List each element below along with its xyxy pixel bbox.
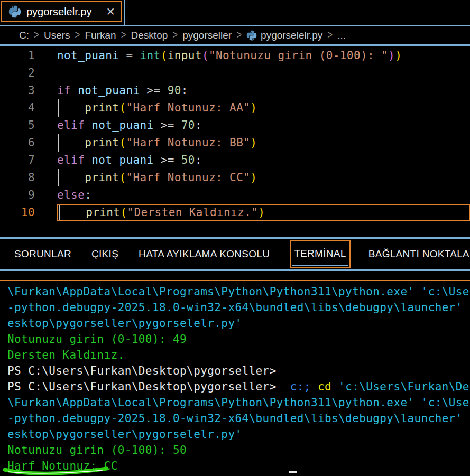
panel-tab-ba-lanti-noktalari[interactable]: BAĞLANTI NOKTALARI [368, 248, 470, 260]
line-number: 7 [0, 152, 35, 169]
code-token: ) [250, 136, 257, 149]
code-line[interactable]: 1not_puani = int(input("Notunuzu girin (… [0, 47, 470, 64]
terminal-token: -python.debugpy-2025.18.0-win32-x64\bund… [7, 412, 463, 425]
line-number: 4 [0, 99, 35, 117]
breadcrumb-item-label: ... [337, 30, 346, 41]
code-token: not_puani [57, 49, 119, 62]
code-token: ( [161, 49, 168, 62]
panel-spacer [0, 271, 470, 280]
code-token: >= [154, 119, 181, 132]
breadcrumb-item[interactable]: ... [337, 30, 346, 41]
code-token: "Notunuzu girin (0-100): " [209, 49, 388, 62]
terminal-line: \Furkan\AppData\Local\Programs\Python\Py… [7, 284, 470, 300]
tab-divider [124, 0, 125, 25]
code-token: ) [258, 206, 265, 219]
code-line-text: if not_puani >= 90: [57, 82, 470, 99]
code-line[interactable]: 10 print("Dersten Kaldınız.") [0, 204, 470, 221]
terminal-token: \Furkan\AppData\Local\Programs\Python\Py… [7, 285, 469, 298]
code-token: ( [202, 49, 209, 62]
code-line[interactable]: 8 print("Harf Notunuz: CC") [0, 169, 470, 186]
breadcrumb-item[interactable]: C: [19, 30, 29, 41]
panel-tab-sorunlar[interactable]: SORUNLAR [14, 248, 71, 260]
code-token: print [58, 206, 120, 219]
breadcrumb-item-label: pygorselelr.py [261, 30, 322, 41]
code-line[interactable]: 5elif not_puani >= 70: [0, 117, 470, 134]
code-line[interactable]: 3if not_puani >= 90: [0, 82, 470, 99]
code-token: ) [388, 49, 395, 62]
close-icon[interactable]: × [106, 6, 115, 17]
terminal-line: \Furkan\AppData\Local\Programs\Python\Py… [7, 395, 470, 410]
breadcrumb-item[interactable]: Desktop [131, 30, 168, 41]
code-token: not_puani [78, 84, 140, 97]
code-token: "Harf Notunuz: AA" [126, 101, 250, 114]
code-token: ) [250, 171, 257, 184]
breadcrumb-separator: > [172, 29, 178, 42]
terminal-line: -python.debugpy-2025.18.0-win32-x64\bund… [7, 410, 470, 426]
code-token: "Harf Notunuz: BB" [126, 136, 250, 149]
terminal-token: Dersten Kaldınız. [7, 349, 125, 361]
code-editor[interactable]: 1not_puani = int(input("Notunuzu girin (… [0, 46, 470, 237]
terminal-line: -python.debugpy-2025.18.0-win32-x64\bund… [7, 300, 470, 315]
code-line[interactable]: 4 print("Harf Notunuz: AA") [0, 99, 470, 117]
code-line[interactable]: 9else: [0, 186, 470, 204]
breadcrumb-item[interactable]: pygorselelr.py [246, 30, 322, 41]
terminal-line: PS C:\Users\Furkan\Desktop\pygorseller> … [7, 379, 470, 395]
code-line[interactable]: 7elif not_puani >= 50: [0, 152, 470, 169]
terminal-token [311, 380, 318, 393]
breadcrumb-item-label: Desktop [131, 30, 168, 41]
code-line-text: print("Harf Notunuz: BB") [57, 134, 470, 152]
line-number: 3 [0, 82, 35, 99]
breadcrumb-item-label: C: [19, 30, 29, 41]
code-line-text: elif not_puani >= 50: [57, 152, 470, 169]
code-token: print [57, 101, 119, 114]
code-token: 70 [181, 119, 195, 132]
vscode-window: pygorselelr.py × C:>Users>Furkan>Desktop… [0, 0, 470, 476]
code-token: >= [154, 154, 181, 166]
breadcrumb-item[interactable]: pygorseller [182, 30, 232, 41]
code-token: ( [119, 136, 126, 149]
terminal-token: 'c:\Users\Furkan\De [338, 380, 469, 393]
tab-pygorselelr-py[interactable]: pygorselelr.py × [1, 1, 122, 22]
terminal-line: Dersten Kaldınız. [7, 347, 470, 363]
panel-tab-termi-nal[interactable]: TERMİNAL [290, 240, 350, 268]
code-token: : [85, 189, 91, 201]
terminal-token: cd [318, 380, 338, 393]
code-token: ) [395, 49, 402, 62]
code-token: else [57, 189, 85, 201]
line-number: 1 [0, 47, 35, 64]
code-line[interactable]: 2 [0, 64, 470, 82]
panel-tab--iki-[interactable]: ÇIKIŞ [91, 248, 118, 260]
code-line-text: print("Harf Notunuz: AA") [57, 99, 470, 117]
code-token: elif [57, 154, 91, 166]
code-token: : [195, 154, 202, 166]
code-line-text: not_puani = int(input("Notunuzu girin (0… [57, 47, 470, 64]
code-token: 50 [181, 154, 195, 166]
code-token: if [57, 84, 78, 97]
breadcrumb-item-label: pygorseller [182, 30, 232, 41]
breadcrumb-item[interactable]: Users [44, 30, 70, 41]
code-token: ( [119, 171, 126, 184]
panel-tab-hata-ayiklama-konsolu[interactable]: HATA AYIKLAMA KONSOLU [139, 248, 270, 260]
terminal-line: esktop\pygorseller\pygorselelr.py' [7, 315, 470, 331]
breadcrumb-separator: > [75, 29, 80, 42]
code-token: input [168, 49, 202, 62]
code-line[interactable]: 6 print("Harf Notunuz: BB") [0, 134, 470, 152]
line-number: 10 [0, 204, 35, 221]
line-number: 2 [0, 64, 35, 82]
breadcrumb-separator: > [121, 29, 126, 42]
code-line-text: else: [57, 186, 470, 204]
terminal-cursor [289, 471, 297, 473]
terminal-line: PS C:\Users\Furkan\Desktop\pygorseller> [7, 363, 470, 379]
editor-tab-bar: pygorselelr.py × [0, 0, 470, 25]
terminal-token: c:; [290, 380, 311, 393]
terminal-token: -python.debugpy-2025.18.0-win32-x64\bund… [7, 301, 463, 314]
breadcrumb-separator: > [34, 29, 39, 42]
terminal[interactable]: \Furkan\AppData\Local\Programs\Python\Py… [0, 281, 470, 476]
breadcrumb-separator: > [236, 29, 242, 42]
code-line-text: print("Harf Notunuz: CC") [57, 169, 470, 186]
code-token: = [119, 49, 140, 62]
breadcrumb-item[interactable]: Furkan [85, 30, 116, 41]
terminal-line: Notunuzu girin (0-100): 50 [7, 442, 470, 458]
terminal-token: esktop\pygorseller\pygorselelr.py' [7, 428, 242, 441]
line-number: 6 [0, 134, 35, 152]
